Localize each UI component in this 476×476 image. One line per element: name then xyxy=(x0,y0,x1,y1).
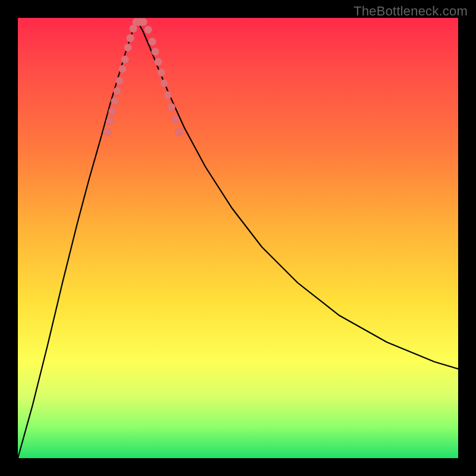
curve-marker xyxy=(116,77,124,85)
curve-marker xyxy=(171,115,179,123)
curve-marker xyxy=(109,108,117,115)
curve-marker xyxy=(155,58,162,66)
plot-area xyxy=(18,18,458,458)
curve-marker xyxy=(145,26,152,34)
curve-marker xyxy=(164,92,172,99)
curve-marker xyxy=(104,129,111,136)
curve-marker xyxy=(140,18,148,26)
curve-marker xyxy=(121,56,129,64)
curve-marker xyxy=(127,35,134,42)
curve-marker xyxy=(149,38,156,46)
marker-group xyxy=(104,18,183,136)
bottleneck-curve xyxy=(18,18,458,458)
curve-marker xyxy=(114,87,121,95)
curve-marker xyxy=(161,80,168,87)
curve-marker xyxy=(119,65,127,73)
curve-marker xyxy=(124,44,132,52)
curve-marker xyxy=(168,104,176,111)
curve-marker xyxy=(158,69,165,77)
curve-marker xyxy=(107,118,114,126)
curve-marker xyxy=(111,98,119,105)
curve-marker xyxy=(176,129,183,136)
watermark-text: TheBottleneck.com xyxy=(353,4,468,19)
curve-marker xyxy=(152,48,159,56)
curve-path xyxy=(18,21,458,458)
chart-frame: TheBottleneck.com xyxy=(0,0,476,476)
